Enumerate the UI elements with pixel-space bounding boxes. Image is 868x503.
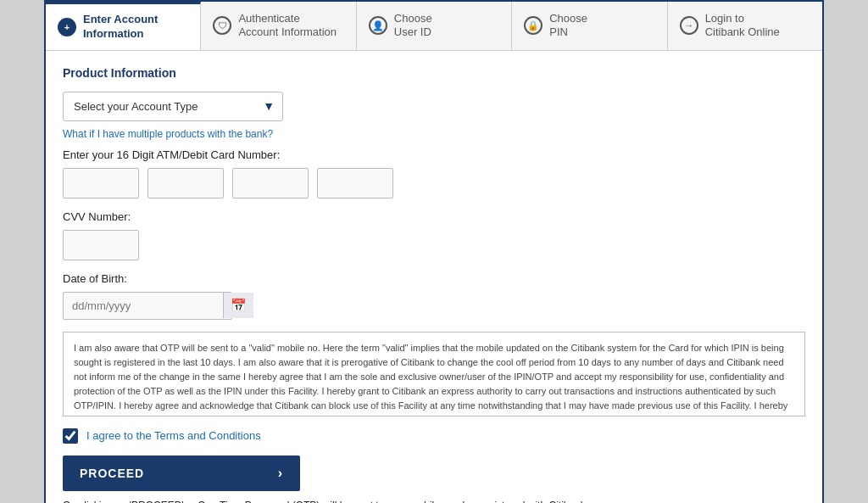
dob-label: Date of Birth:	[63, 272, 805, 285]
tab-choose-user-id-line2: User ID	[394, 25, 432, 40]
tab-enter-account-line1: Enter Account	[83, 13, 158, 27]
tab-enter-account[interactable]: + Enter Account Information	[46, 2, 201, 50]
card-box-3[interactable]	[232, 168, 309, 198]
otp-notice: On clicking on 'PROCEED', a One Time Pas…	[63, 500, 805, 503]
tab-login-line1: Login to	[705, 12, 780, 26]
enter-account-icon: +	[58, 18, 76, 36]
terms-text-content: I am also aware that OTP will be sent to…	[74, 343, 787, 416]
terms-text-box[interactable]: I am also aware that OTP will be sent to…	[63, 332, 805, 416]
tab-authenticate-line2: Account Information	[238, 25, 337, 40]
tab-choose-pin-line2: PIN	[549, 25, 587, 40]
main-container: + Enter Account Information 🛡 Authentica…	[44, 0, 824, 503]
dob-wrapper: 📅	[63, 292, 232, 320]
terms-checkbox[interactable]	[63, 428, 78, 444]
tab-choose-user-id[interactable]: 👤 Choose User ID	[357, 2, 512, 50]
card-number-row	[63, 168, 805, 198]
authenticate-icon: 🛡	[213, 16, 231, 35]
tab-choose-pin[interactable]: 🔒 Choose PIN	[512, 2, 667, 50]
dob-input[interactable]	[64, 293, 223, 319]
user-icon: 👤	[369, 16, 387, 35]
account-type-dropdown-wrapper: Select your Account Type Savings Account…	[63, 92, 283, 121]
tab-authenticate-line1: Authenticate	[238, 12, 337, 26]
cvv-input[interactable]	[63, 230, 139, 260]
lock-icon: 🔒	[524, 16, 542, 35]
terms-checkbox-row: I agree to the Terms and Conditions	[63, 428, 805, 444]
tab-bar: + Enter Account Information 🛡 Authentica…	[46, 2, 822, 51]
card-number-label: Enter your 16 Digit ATM/Debit Card Numbe…	[63, 148, 805, 161]
tab-login[interactable]: → Login to Citibank Online	[668, 2, 822, 50]
section-title: Product Information	[63, 66, 805, 80]
proceed-button-label: PROCEED	[80, 467, 144, 480]
multiple-products-link[interactable]: What if I have multiple products with th…	[63, 128, 805, 140]
tab-choose-user-id-line1: Choose	[394, 12, 432, 26]
proceed-button[interactable]: PROCEED ›	[63, 455, 300, 491]
otp-notice-text: On clicking on 'PROCEED', a One Time Pas…	[63, 500, 588, 503]
calendar-button[interactable]: 📅	[223, 293, 253, 318]
tab-login-line2: Citibank Online	[705, 25, 780, 40]
tab-choose-pin-line1: Choose	[549, 12, 587, 26]
card-box-2[interactable]	[147, 168, 224, 198]
login-icon: →	[680, 16, 698, 35]
cvv-label: CVV Number:	[63, 210, 805, 223]
proceed-arrow-icon: ›	[278, 466, 283, 481]
tab-enter-account-line2: Information	[83, 27, 158, 42]
terms-checkbox-label[interactable]: I agree to the Terms and Conditions	[86, 429, 261, 442]
card-box-4[interactable]	[317, 168, 393, 198]
card-box-1[interactable]	[63, 168, 139, 198]
content-area: Product Information Select your Account …	[46, 51, 822, 503]
account-type-select[interactable]: Select your Account Type Savings Account…	[63, 92, 283, 121]
tab-authenticate[interactable]: 🛡 Authenticate Account Information	[201, 2, 356, 50]
